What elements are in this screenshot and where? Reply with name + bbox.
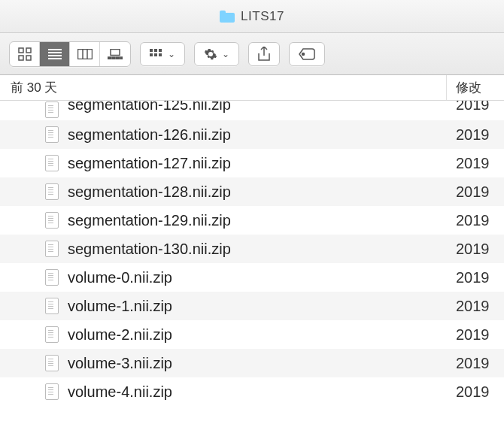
file-date: 2019: [447, 298, 504, 315]
zip-file-icon: [45, 326, 59, 343]
list-item[interactable]: volume-4.nii.zip 2019: [0, 377, 504, 406]
gear-icon: [204, 47, 217, 61]
chevron-down-icon: ⌄: [168, 49, 175, 59]
file-date: 2019: [447, 155, 504, 172]
list-item[interactable]: volume-0.nii.zip 2019: [0, 263, 504, 292]
share-button[interactable]: [248, 42, 280, 66]
file-date: 2019: [447, 355, 504, 372]
zip-file-icon: [45, 269, 59, 286]
arrange-button[interactable]: ⌄: [140, 42, 185, 66]
column-view-button[interactable]: [70, 42, 100, 66]
list-item[interactable]: segmentation-130.nii.zip 2019: [0, 235, 504, 263]
zip-file-icon: [45, 101, 59, 118]
view-mode-group: [9, 41, 131, 67]
gallery-view-button[interactable]: [100, 42, 130, 66]
toolbar: ⌄ ⌄: [0, 33, 504, 75]
file-name: segmentation-125.nii.zip: [68, 101, 231, 114]
file-name: volume-4.nii.zip: [68, 383, 172, 401]
file-list: segmentation-125.nii.zip 2019 segmentati…: [0, 101, 504, 406]
chevron-down-icon: ⌄: [222, 49, 229, 59]
tags-button[interactable]: [289, 42, 325, 66]
icon-view-button[interactable]: [10, 42, 40, 66]
list-item[interactable]: volume-2.nii.zip 2019: [0, 320, 504, 349]
columns-icon: [77, 49, 93, 59]
file-date: 2019: [447, 269, 504, 286]
list-item[interactable]: segmentation-127.nii.zip 2019: [0, 149, 504, 177]
svg-rect-21: [159, 53, 162, 56]
svg-rect-14: [117, 57, 120, 59]
file-name: segmentation-129.nii.zip: [68, 212, 231, 229]
svg-rect-17: [154, 49, 157, 52]
svg-rect-15: [120, 57, 123, 59]
svg-point-22: [302, 53, 305, 55]
zip-file-icon: [45, 241, 59, 257]
svg-rect-3: [26, 56, 31, 60]
file-date: 2019: [447, 326, 504, 344]
arrange-icon: [150, 49, 163, 59]
svg-rect-16: [150, 49, 153, 52]
file-name: volume-0.nii.zip: [68, 269, 172, 286]
zip-file-icon: [45, 298, 59, 314]
svg-rect-1: [26, 48, 31, 53]
window-title: LITS17: [241, 9, 284, 24]
file-date: 2019: [447, 101, 504, 114]
file-name: volume-3.nii.zip: [68, 355, 172, 372]
file-name: segmentation-126.nii.zip: [68, 126, 231, 144]
column-header-date[interactable]: 修改: [447, 75, 504, 100]
file-name: segmentation-128.nii.zip: [68, 183, 231, 201]
zip-file-icon: [45, 355, 59, 371]
grid-icon: [18, 47, 32, 61]
file-name: volume-1.nii.zip: [68, 298, 172, 315]
svg-rect-18: [159, 49, 162, 52]
list-item[interactable]: volume-1.nii.zip 2019: [0, 292, 504, 320]
file-name: volume-2.nii.zip: [68, 326, 172, 344]
tag-icon: [299, 48, 315, 60]
column-header-row: 前 30 天 修改: [0, 75, 504, 101]
action-button[interactable]: ⌄: [194, 42, 239, 66]
folder-icon: [220, 11, 235, 23]
file-date: 2019: [447, 212, 504, 229]
gallery-icon: [108, 49, 123, 59]
svg-rect-8: [77, 49, 92, 59]
list-view-button[interactable]: [40, 42, 70, 66]
svg-rect-11: [111, 49, 120, 55]
list-item[interactable]: segmentation-125.nii.zip 2019: [0, 101, 504, 120]
svg-rect-2: [19, 56, 23, 60]
zip-file-icon: [45, 183, 59, 200]
svg-rect-20: [154, 53, 157, 56]
file-date: 2019: [447, 183, 504, 201]
zip-file-icon: [45, 155, 59, 171]
svg-rect-19: [150, 53, 153, 56]
svg-rect-12: [108, 57, 111, 59]
zip-file-icon: [45, 212, 59, 229]
file-name: segmentation-127.nii.zip: [68, 155, 231, 172]
file-date: 2019: [447, 241, 504, 258]
column-header-name[interactable]: 前 30 天: [0, 75, 447, 100]
share-icon: [258, 47, 270, 62]
svg-rect-0: [19, 48, 23, 53]
file-date: 2019: [447, 383, 504, 401]
zip-file-icon: [45, 383, 59, 400]
file-date: 2019: [447, 126, 504, 144]
list-item[interactable]: segmentation-126.nii.zip 2019: [0, 120, 504, 149]
list-item[interactable]: segmentation-129.nii.zip 2019: [0, 206, 504, 235]
list-item[interactable]: segmentation-128.nii.zip 2019: [0, 177, 504, 206]
file-name: segmentation-130.nii.zip: [68, 241, 231, 258]
titlebar: LITS17: [0, 0, 504, 33]
list-icon: [48, 49, 62, 59]
list-item[interactable]: volume-3.nii.zip 2019: [0, 349, 504, 377]
zip-file-icon: [45, 126, 59, 143]
svg-rect-13: [112, 57, 115, 59]
